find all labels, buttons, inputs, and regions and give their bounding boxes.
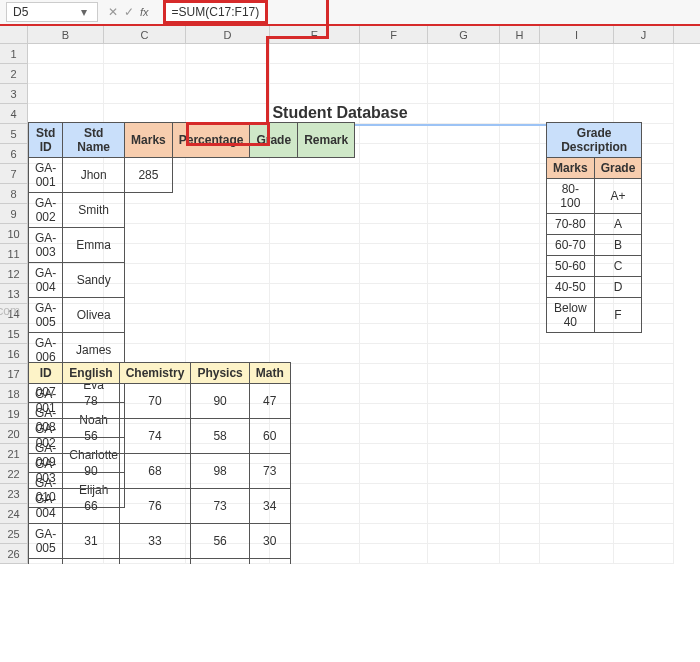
cell-chem[interactable]: 76 <box>119 489 191 524</box>
cell-range[interactable]: Below 40 <box>547 298 595 333</box>
cell-math[interactable]: 60 <box>249 419 290 454</box>
row-header[interactable]: 7 <box>0 164 28 184</box>
cell-math[interactable]: 30 <box>249 524 290 559</box>
cell[interactable] <box>500 124 540 144</box>
cell[interactable] <box>104 64 186 84</box>
cell[interactable] <box>500 264 540 284</box>
row-header[interactable]: 17 <box>0 364 28 384</box>
cell-std-id[interactable]: GA-004 <box>29 263 63 298</box>
cell[interactable] <box>360 364 428 384</box>
cell-phy[interactable]: 98 <box>191 454 249 489</box>
cell-id[interactable]: GA-006 <box>29 559 63 565</box>
row-header[interactable]: 15 <box>0 324 28 344</box>
cell-phy[interactable]: 56 <box>191 524 249 559</box>
cell-grade[interactable]: B <box>594 235 642 256</box>
cell[interactable] <box>360 544 428 564</box>
cell-math[interactable]: 34 <box>249 489 290 524</box>
cell-grade[interactable]: A+ <box>594 179 642 214</box>
cell[interactable] <box>360 464 428 484</box>
cell[interactable] <box>270 64 360 84</box>
row-header[interactable]: 18 <box>0 384 28 404</box>
cell-id[interactable]: GA-001 <box>29 384 63 419</box>
row-header[interactable]: 3 <box>0 84 28 104</box>
cell-std-name[interactable]: Olivea <box>63 298 125 333</box>
cell-std-name[interactable]: Smith <box>63 193 125 228</box>
cell-eng[interactable]: 90 <box>63 454 119 489</box>
cell[interactable] <box>428 524 500 544</box>
cell[interactable] <box>428 164 500 184</box>
cell[interactable] <box>614 64 674 84</box>
cell[interactable] <box>500 204 540 224</box>
spreadsheet-grid[interactable]: B C D E F G H I J 1234567891011121314151… <box>0 26 700 564</box>
cell[interactable] <box>540 524 614 544</box>
cell-eng[interactable]: 33 <box>63 559 119 565</box>
confirm-icon[interactable]: ✓ <box>124 5 134 19</box>
fx-icon[interactable]: fx <box>140 6 149 18</box>
cell[interactable] <box>360 144 428 164</box>
cell[interactable] <box>614 464 674 484</box>
cell[interactable] <box>500 344 540 364</box>
cell[interactable] <box>428 504 500 524</box>
cell[interactable] <box>614 84 674 104</box>
cell-grade[interactable]: A <box>594 214 642 235</box>
cell[interactable] <box>104 44 186 64</box>
cell[interactable] <box>500 424 540 444</box>
cell[interactable] <box>500 504 540 524</box>
col-header-I[interactable]: I <box>540 26 614 43</box>
cell[interactable] <box>500 404 540 424</box>
cell[interactable] <box>500 304 540 324</box>
cell[interactable] <box>360 284 428 304</box>
cancel-icon[interactable]: ✕ <box>108 5 118 19</box>
cell-marks[interactable]: 285 <box>125 158 173 193</box>
chevron-down-icon[interactable]: ▾ <box>77 5 91 19</box>
cell-phy[interactable]: 58 <box>191 419 249 454</box>
cell[interactable] <box>360 84 428 104</box>
cell[interactable] <box>614 544 674 564</box>
cell[interactable] <box>500 44 540 64</box>
cell-math[interactable]: 47 <box>249 384 290 419</box>
row-header[interactable]: 6 <box>0 144 28 164</box>
cell-std-id[interactable]: GA-003 <box>29 228 63 263</box>
cell[interactable] <box>428 184 500 204</box>
cell[interactable] <box>28 44 104 64</box>
cell[interactable] <box>186 64 270 84</box>
cell[interactable] <box>500 164 540 184</box>
cell[interactable] <box>270 44 360 64</box>
row-header[interactable]: 25 <box>0 524 28 544</box>
col-header-C[interactable]: C <box>104 26 186 43</box>
cell[interactable] <box>500 364 540 384</box>
row-header[interactable]: 10 <box>0 224 28 244</box>
cell[interactable] <box>540 424 614 444</box>
cell[interactable] <box>500 464 540 484</box>
cell-chem[interactable]: 72 <box>119 559 191 565</box>
cell-range[interactable]: 60-70 <box>547 235 595 256</box>
row-header[interactable]: 22 <box>0 464 28 484</box>
cell-id[interactable]: GA-005 <box>29 524 63 559</box>
cell[interactable] <box>540 44 614 64</box>
cell[interactable] <box>428 244 500 264</box>
cell-math[interactable]: 42 <box>249 559 290 565</box>
cell[interactable] <box>614 424 674 444</box>
cell[interactable] <box>614 344 674 364</box>
cell[interactable] <box>428 444 500 464</box>
cell-std-id[interactable]: GA-002 <box>29 193 63 228</box>
cell[interactable] <box>500 244 540 264</box>
col-header-G[interactable]: G <box>428 26 500 43</box>
row-header[interactable]: 5 <box>0 124 28 144</box>
cell[interactable] <box>540 384 614 404</box>
cell[interactable] <box>540 484 614 504</box>
cell[interactable] <box>428 224 500 244</box>
cell[interactable] <box>428 324 500 344</box>
cell-chem[interactable]: 68 <box>119 454 191 489</box>
cell-std-name[interactable]: Jhon <box>63 158 125 193</box>
col-header-J[interactable]: J <box>614 26 674 43</box>
cell[interactable] <box>428 384 500 404</box>
cell-std-name[interactable]: Sandy <box>63 263 125 298</box>
cell-std-id[interactable]: GA-001 <box>29 158 63 193</box>
cell[interactable] <box>614 104 674 124</box>
cell-range[interactable]: 80-100 <box>547 179 595 214</box>
cell[interactable] <box>614 524 674 544</box>
cell[interactable] <box>500 64 540 84</box>
cell-eng[interactable]: 56 <box>63 419 119 454</box>
cell[interactable] <box>540 504 614 524</box>
